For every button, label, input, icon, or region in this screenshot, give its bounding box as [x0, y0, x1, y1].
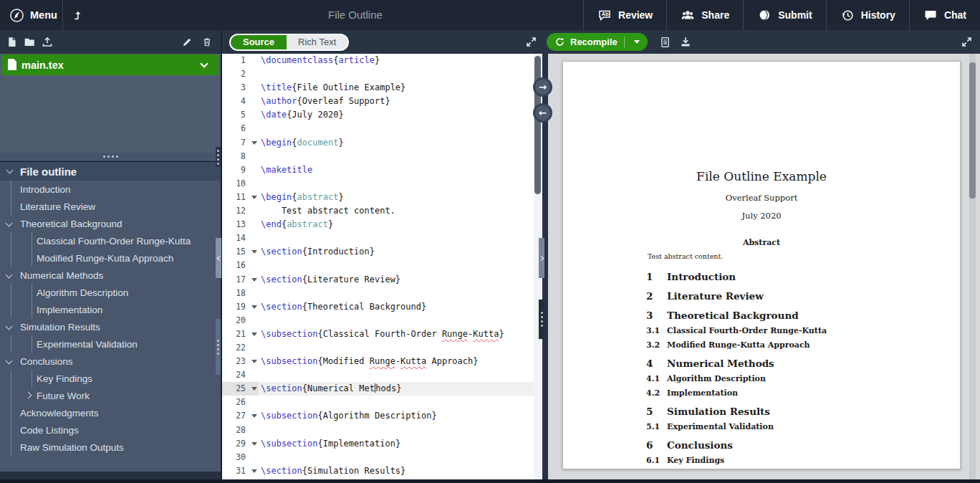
fold-arrow-icon[interactable]: [251, 305, 257, 309]
chat-button[interactable]: Chat: [909, 0, 980, 30]
outline-item[interactable]: Modified Runge-Kutta Approach: [0, 249, 221, 267]
fold-arrow-icon[interactable]: [251, 387, 257, 391]
outline-item[interactable]: Acknowledgments: [0, 404, 221, 421]
outline-item[interactable]: Code Listings: [0, 421, 221, 439]
code-line[interactable]: 10: [222, 177, 542, 191]
outline-scrollbar-thumb[interactable]: [216, 319, 221, 375]
code-line[interactable]: 20: [222, 314, 542, 327]
outline-item[interactable]: Algorithm Description: [0, 284, 221, 301]
line-number: 11: [222, 191, 249, 204]
outline-item[interactable]: Classical Fourth-Order Runge-Kutta: [0, 232, 221, 249]
code-line[interactable]: 5\date{July 2020}: [222, 108, 542, 122]
code-line[interactable]: 31\section{Simulation Results}: [222, 464, 542, 478]
code-line[interactable]: 18: [222, 287, 542, 300]
tree-resize-handle[interactable]: [0, 153, 221, 161]
up-arrow-button[interactable]: [64, 0, 91, 30]
sidebar-resize-handle[interactable]: [216, 147, 221, 167]
code-line[interactable]: 26: [222, 396, 542, 409]
code-line[interactable]: 12 Test abstract content.: [222, 204, 542, 218]
outline-item[interactable]: Theoretical Background: [0, 215, 221, 232]
chat-label: Chat: [944, 9, 966, 21]
editor-scrollbar-thumb[interactable]: [534, 56, 541, 194]
code-line[interactable]: 24: [222, 368, 542, 382]
code-line[interactable]: 21\subsection{Classical Fourth-Order Run…: [222, 327, 542, 341]
code-line[interactable]: 13\end{abstract}: [222, 218, 542, 231]
fold-arrow-icon[interactable]: [251, 250, 257, 254]
fold-arrow-icon[interactable]: [251, 278, 257, 282]
jump-to-pdf-button[interactable]: →: [533, 77, 552, 97]
code-line[interactable]: 15\section{Introduction}: [222, 245, 542, 259]
delete-button[interactable]: [201, 36, 213, 48]
code-line[interactable]: 27\subsection{Algorithm Description}: [222, 409, 542, 423]
outline-item[interactable]: Implementation: [0, 301, 221, 318]
code-line[interactable]: 14: [222, 231, 542, 245]
code-line[interactable]: 2: [222, 67, 542, 81]
outline-item[interactable]: Numerical Methods: [0, 267, 221, 284]
outline-item[interactable]: Introduction: [0, 181, 221, 198]
code-line[interactable]: 29\subsection{Implementation}: [222, 437, 542, 451]
tab-rich-text[interactable]: Rich Text: [287, 35, 347, 49]
fold-arrow-icon[interactable]: [251, 141, 257, 145]
code-line[interactable]: 19\section{Theoretical Background}: [222, 300, 542, 314]
code-line[interactable]: 17\section{Literature Review}: [222, 273, 542, 287]
pdf-fullscreen-button[interactable]: [961, 36, 973, 48]
code-line[interactable]: 9\maketitle: [222, 163, 542, 177]
download-pdf-button[interactable]: [679, 36, 692, 48]
file-item-main-tex[interactable]: main.tex: [1, 54, 218, 75]
jump-to-code-button[interactable]: ←: [533, 103, 552, 123]
code-line[interactable]: 3\title{File Outline Example}: [222, 81, 542, 95]
new-folder-button[interactable]: [23, 36, 36, 48]
code-line[interactable]: 1\documentclass{article}: [222, 54, 542, 67]
review-button[interactable]: Ab Review: [583, 0, 666, 30]
fold-arrow-icon[interactable]: [251, 442, 257, 446]
fold-arrow-icon[interactable]: [251, 333, 257, 336]
pdf-collapse-button[interactable]: [539, 238, 544, 278]
menu-button[interactable]: Menu: [0, 0, 63, 30]
tab-source[interactable]: Source: [231, 35, 287, 49]
fold-arrow-icon[interactable]: [251, 196, 257, 199]
outline-header[interactable]: File outline: [0, 162, 221, 181]
code-line[interactable]: 7\begin{document}: [222, 136, 542, 150]
fold-gutter: [249, 245, 259, 259]
code-line[interactable]: 22: [222, 341, 542, 355]
top-actions: Ab Review Share Submit History: [583, 0, 980, 30]
outline-item[interactable]: Future Work: [0, 387, 221, 404]
fold-arrow-icon[interactable]: [251, 360, 257, 363]
outline-item[interactable]: Experimental Validation: [0, 335, 221, 353]
pdf-scrollbar-thumb[interactable]: [969, 62, 976, 199]
code-line[interactable]: 11\begin{abstract}: [222, 191, 542, 204]
window-bottom-edge: [0, 479, 980, 483]
code-line[interactable]: 4\author{Overleaf Support}: [222, 95, 542, 108]
outline-item[interactable]: Conclusions: [0, 353, 221, 370]
sidebar-collapse-button[interactable]: [216, 238, 221, 278]
code-line[interactable]: 25\section{Numerical Methods}: [222, 382, 542, 396]
code-line[interactable]: 8: [222, 150, 542, 163]
recompile-button[interactable]: Recompile: [547, 33, 648, 51]
code-line[interactable]: 6: [222, 122, 542, 135]
code-editor[interactable]: 1\documentclass{article}23\title{File Ou…: [222, 54, 542, 483]
code-line[interactable]: 23\subsection{Modified Runge-Kutta Appro…: [222, 355, 542, 368]
outline-item[interactable]: Raw Simulation Outputs: [0, 439, 221, 456]
code-text: \section{Introduction}: [259, 245, 375, 259]
view-logs-button[interactable]: [659, 36, 671, 49]
editor-fullscreen-button[interactable]: [525, 36, 537, 48]
history-button[interactable]: History: [826, 0, 909, 30]
history-label: History: [861, 9, 895, 21]
outline-item[interactable]: Simulation Results: [0, 318, 221, 335]
fold-arrow-icon[interactable]: [251, 469, 257, 473]
new-file-button[interactable]: [6, 36, 18, 48]
submit-button[interactable]: Submit: [743, 0, 825, 30]
upload-button[interactable]: [41, 36, 54, 48]
code-line[interactable]: 16: [222, 259, 542, 272]
code-line[interactable]: 30: [222, 451, 542, 464]
outline-item[interactable]: Literature Review: [0, 198, 221, 215]
pdf-doc-date: July 2020: [563, 211, 960, 221]
share-button[interactable]: Share: [666, 0, 743, 30]
rename-button[interactable]: [181, 36, 193, 48]
code-line[interactable]: 28: [222, 424, 542, 437]
fold-arrow-icon[interactable]: [251, 414, 257, 418]
chevron-down-icon[interactable]: [200, 59, 208, 67]
divider-drag-handle[interactable]: [539, 300, 544, 339]
outline-item[interactable]: Key Findings: [0, 370, 221, 387]
recompile-dropdown-icon[interactable]: [634, 40, 640, 44]
